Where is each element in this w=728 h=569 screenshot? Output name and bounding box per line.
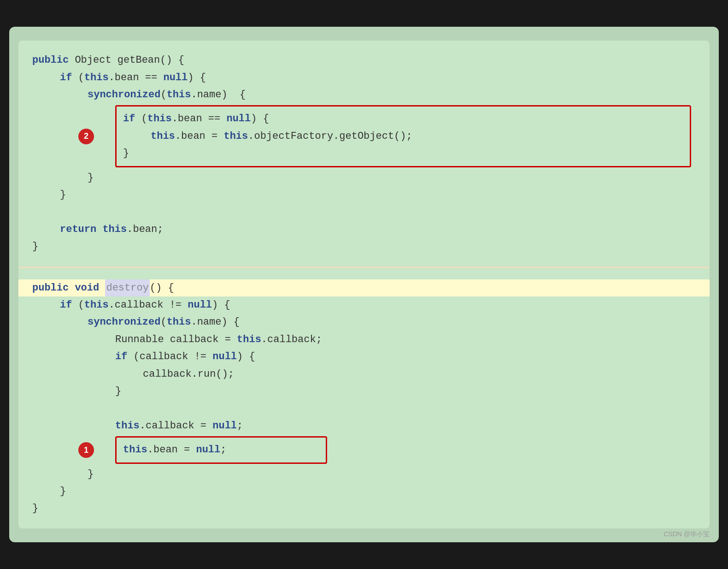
top-code-block: public Object getBean() { if (this.bean …: [18, 41, 710, 266]
code-line: if (this.bean == null) {: [32, 69, 696, 86]
code-line-empty: [32, 400, 696, 417]
code-line: }: [32, 169, 696, 186]
red-box-1-content: this.bean = null;: [115, 436, 327, 463]
code-line: }: [32, 483, 696, 500]
code-line: synchronized(this.name) {: [32, 314, 696, 331]
code-line: this.bean = this.objectFactory.getObject…: [123, 128, 683, 145]
red-box-1: 1 this.bean = null;: [32, 436, 696, 463]
code-line: this.bean = null;: [123, 441, 319, 458]
code-line: }: [32, 383, 696, 400]
code-line: }: [123, 145, 683, 162]
code-line: if (this.bean == null) {: [123, 110, 683, 127]
red-box-2: 2 if (this.bean == null) { this.bean = t…: [32, 105, 696, 167]
code-line: }: [32, 466, 696, 483]
code-line-highlighted: public void destroy() {: [18, 279, 710, 296]
code-line: return this.bean;: [32, 221, 696, 238]
code-line: synchronized(this.name) {: [32, 86, 696, 103]
badge-2: 2: [78, 129, 94, 144]
bottom-code-block: public void destroy() { if (this.callbac…: [18, 268, 710, 528]
watermark: CSDN @毕小宝: [663, 530, 710, 539]
code-line: }: [32, 186, 696, 203]
code-line-empty: [32, 203, 696, 220]
red-box-2-content: if (this.bean == null) { this.bean = thi…: [115, 105, 691, 167]
keyword-if: if: [60, 69, 72, 86]
badge-1: 1: [78, 442, 94, 458]
destroy-text: destroy: [105, 279, 149, 296]
code-line: this.callback = null;: [32, 417, 696, 434]
code-line: }: [32, 238, 696, 255]
code-line: if (callback != null) {: [32, 348, 696, 365]
code-line: if (this.callback != null) {: [32, 296, 696, 314]
code-line: }: [32, 500, 696, 517]
code-line: Runnable callback = this.callback;: [32, 331, 696, 348]
code-line: public Object getBean() {: [32, 52, 696, 69]
code-line: callback.run();: [32, 366, 696, 383]
screenshot-container: public Object getBean() { if (this.bean …: [9, 27, 719, 542]
keyword-public: public: [32, 52, 69, 69]
